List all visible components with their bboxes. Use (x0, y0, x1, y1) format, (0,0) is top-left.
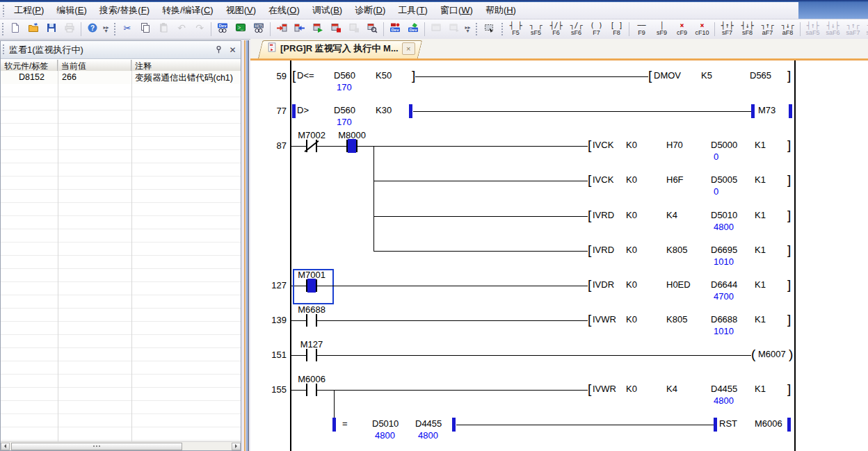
panel-splitter[interactable] (241, 40, 250, 451)
ladder-coil-m73[interactable] (751, 103, 793, 120)
menu-item-t[interactable]: 工具(T) (392, 3, 434, 18)
toolbar-grip[interactable] (1, 22, 4, 36)
tab-close-button[interactable]: × (402, 42, 415, 55)
verify-button[interactable] (427, 20, 445, 38)
watch-window-titlebar[interactable]: 监看1(监视执行中) ✕ (1, 41, 241, 59)
ladder-symbol-saf5-button[interactable]: ┤↑├saF5 (803, 19, 823, 39)
ladder-symbol-saf8-button[interactable]: ┐↓┌saF8 (863, 19, 868, 39)
menu-item-d[interactable]: 诊断(D) (348, 3, 392, 18)
write-plc-button[interactable] (273, 20, 291, 38)
toolbar-grip[interactable] (475, 22, 478, 36)
menu-item-e[interactable]: 编辑(E) (50, 3, 93, 18)
ladder-symbol-f6-button[interactable]: ┤/├F6 (546, 19, 566, 39)
ladder-instruction-d>[interactable] (292, 103, 415, 120)
redo-button[interactable]: ↷ (191, 20, 209, 38)
undo-button[interactable]: ↶ (172, 20, 191, 38)
device-test-icon: Dev (408, 22, 419, 36)
ladder-instruction-ivdr[interactable] (588, 277, 793, 294)
toolbar-separator (714, 22, 715, 36)
menu-item-b[interactable]: 调试(B) (306, 3, 348, 18)
ladder-symbol-sf9-button[interactable]: │sF9 (652, 19, 672, 39)
ladder-symbol-sf6-button[interactable]: ┐/┌sF6 (566, 19, 586, 39)
menu-item-v[interactable]: 视图(V) (220, 3, 262, 18)
ladder-symbol-shortcut: F7 (593, 29, 600, 36)
ladder-wire (373, 216, 588, 217)
crossref-button[interactable]: >_ (232, 20, 250, 38)
column-header-value[interactable]: 当前值 (58, 60, 131, 71)
column-header-comment[interactable]: 注释 (131, 60, 241, 71)
new-doc-button[interactable] (6, 20, 24, 38)
menu-item-w[interactable]: 窗口(W) (434, 3, 479, 18)
ladder-symbol-af8-button[interactable]: ┐↓┌aF8 (778, 19, 798, 39)
ladder-coil-m6007[interactable] (751, 347, 793, 363)
watch-grip[interactable] (2, 44, 5, 56)
close-icon[interactable]: ✕ (227, 44, 239, 56)
toolbar-overflow-chevron[interactable]: ▸▸▾ (463, 21, 472, 38)
transfer-button[interactable] (445, 20, 463, 38)
menubar-grip[interactable] (2, 4, 5, 17)
scroll-left-button[interactable] (1, 443, 10, 450)
scroll-right-button[interactable] (232, 443, 241, 450)
ladder-instruction-ivwr[interactable] (588, 312, 793, 329)
ladder-instruction-ivrd[interactable] (588, 208, 793, 224)
pin-icon[interactable] (213, 44, 225, 56)
scrollbar-thumb[interactable] (11, 443, 182, 450)
ladder-symbol-f5-button[interactable]: ┤ ├F5 (506, 19, 526, 39)
ladder-instruction-ivwr[interactable] (588, 382, 793, 398)
ladder-instruction-d<=[interactable] (292, 68, 417, 85)
monitor-pause-button[interactable] (345, 20, 363, 38)
ladder-instruction-rst[interactable] (714, 416, 793, 433)
ladder-instruction-=[interactable] (332, 416, 458, 433)
ladder-instruction-ivck[interactable] (588, 172, 793, 189)
ladder-symbol-f9-button[interactable]: ──F9 (632, 19, 652, 39)
menu-item-f[interactable]: 搜索/替换(F) (93, 3, 156, 18)
open-folder-button[interactable] (24, 20, 42, 38)
menu-item-o[interactable]: 在线(O) (262, 3, 306, 18)
watch-empty-grid (1, 84, 241, 442)
menu-item-c[interactable]: 转换/编译(C) (156, 3, 220, 18)
toolbar-grip[interactable] (113, 22, 116, 36)
ladder-symbol-saf6-button[interactable]: ┤↓├saF6 (823, 19, 843, 39)
monitor-stop-button[interactable] (327, 20, 345, 38)
print-button[interactable] (61, 20, 79, 38)
menu-item-h[interactable]: 帮助(H) (479, 3, 522, 18)
ladder-instruction-ivck[interactable] (588, 138, 793, 154)
menu-item-p[interactable]: 工程(P) (8, 3, 50, 18)
ladder-canvas[interactable]: 59[]D<=D560170K50[]DMOVK5D56577D>D560170… (250, 60, 868, 451)
select-mode-button[interactable] (480, 20, 498, 38)
watch-row[interactable]: D8152266变频器通信出错代码(ch1) (1, 71, 241, 85)
help-button[interactable]: ? (83, 20, 102, 38)
ladder-symbol-f8-button[interactable]: [ ]F8 (606, 19, 627, 39)
save-button[interactable] (42, 20, 61, 38)
column-header-device[interactable]: 软元件/标签 (1, 60, 58, 71)
ladder-instruction-dmov[interactable] (648, 68, 793, 85)
watch-mag-button[interactable] (363, 20, 381, 38)
ladder-symbol-cf10-button[interactable]: ×cF10 (692, 19, 712, 39)
ladder-symbol-saf7-button[interactable]: ┐↑┌saF7 (843, 19, 863, 39)
ladder-wire (373, 181, 588, 181)
device-test-button[interactable]: Dev (404, 20, 422, 38)
ladder-symbol-sf5-button[interactable]: ┐ ┌sF5 (526, 19, 546, 39)
rung-step-number: 77 (255, 106, 287, 116)
ladder-symbol-sf8-button[interactable]: ┤↓├sF8 (737, 19, 757, 39)
toolbar-ladder-symbols: ┤ ├F5┐ ┌sF5┤/├F6┐/┌sF6( )F7[ ]F8──F9│sF9… (499, 19, 868, 39)
copy-button[interactable] (136, 20, 154, 38)
toolbar-grip[interactable] (501, 22, 504, 36)
watch-current-value[interactable]: 266 (58, 71, 131, 84)
read-plc-button[interactable] (291, 20, 309, 38)
ladder-symbol-af7-button[interactable]: ┐↑┌aF7 (757, 19, 778, 39)
watch-device[interactable]: D8152 (1, 71, 58, 84)
ladder-instruction-ivrd[interactable] (588, 243, 793, 259)
ladder-symbol-sf7-button[interactable]: ┤↑├sF7 (717, 19, 737, 39)
tab-program[interactable]: [PRG]R 监视写入 执行中 M... × (260, 40, 419, 58)
toolbar-overflow-chevron[interactable]: ▸▸▾ (102, 21, 111, 38)
paste-button[interactable] (154, 20, 172, 38)
ladder-symbol-cf9-button[interactable]: ×cF9 (672, 19, 692, 39)
ladder-symbol-f7-button[interactable]: ( )F7 (586, 19, 606, 39)
monitor-start-button[interactable] (309, 20, 327, 38)
cut-button[interactable]: ✂ (118, 20, 136, 38)
find-device-button[interactable]: Dev (214, 20, 232, 38)
crossref-icon: >_ (235, 22, 246, 36)
device-monitor-button[interactable]: Dev (386, 20, 404, 38)
find-instruction-button[interactable]: H(?) (250, 20, 268, 38)
